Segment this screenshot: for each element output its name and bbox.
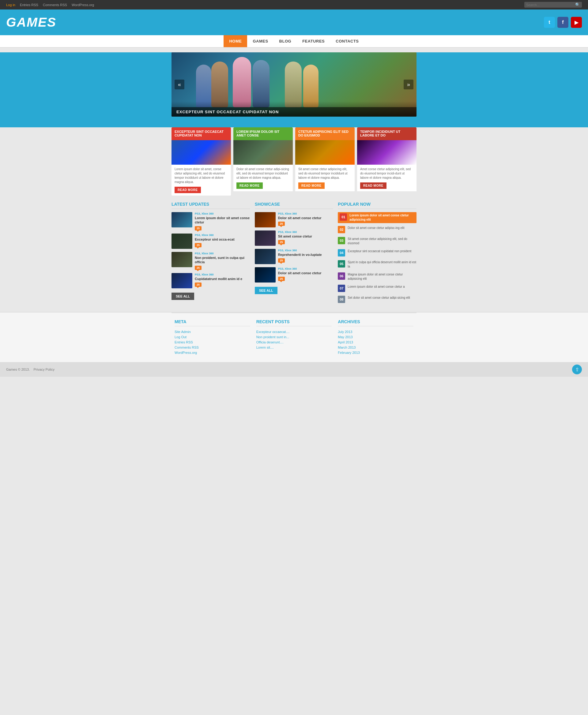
showcase-tags-1: PS3, Xbox 360 [278, 212, 334, 215]
update-title-4[interactable]: Cupidatatrunt mollit anim id e [195, 277, 250, 281]
showcase-see-all[interactable]: SEE ALL [255, 287, 277, 294]
footer-meta-logout[interactable]: Log Out [174, 335, 250, 339]
feature-cards: EXCEPTEUR SINT OCCAECAT CUPIDATAT NON Lo… [171, 127, 417, 196]
popular-item-3[interactable]: 03 Sit amet conse ctetur adipisicing eli… [338, 236, 417, 246]
footer-meta-title: META [174, 319, 250, 326]
showcase-title-3[interactable]: Reprehenderit in vo-luptate [278, 253, 334, 257]
latest-updates-title: LATEST UPDATES [171, 202, 250, 209]
scroll-top-button[interactable]: ⇧ [572, 365, 582, 374]
card2-text: Dolor sit amet conse ctetur adipi-sicing… [236, 167, 290, 180]
update-item-3: PS3, Xbox 360 Non proident, sunt in culp… [171, 252, 250, 270]
showcase-item-4: PS3, Xbox 360 Dolor sit amet conse ctetu… [255, 267, 334, 282]
update-title-1[interactable]: Lorem ipsum dolor sit amet conse ctetur [195, 216, 250, 225]
showcase-title-1[interactable]: Dolor sit amet conse ctetur [278, 216, 334, 220]
popular-num-7: 07 [338, 285, 345, 292]
nav-features[interactable]: FEATURES [297, 35, 330, 47]
showcase-thumb-2 [255, 231, 276, 246]
popular-text-3: Sit amet conse ctetur adipisicing elit, … [348, 237, 417, 245]
card4-readmore[interactable]: READ MORE [360, 182, 386, 189]
footer-archive-jul[interactable]: July 2013 [338, 330, 414, 333]
card1-title: EXCEPTEUR SINT OCCAECAT CUPIDATAT NON [171, 127, 231, 140]
card4-image [357, 140, 417, 165]
slider-next-button[interactable]: » [404, 80, 414, 89]
wordpress-link[interactable]: WordPress.org [72, 3, 94, 7]
card1-readmore[interactable]: READ MORE [174, 187, 201, 193]
entries-rss-link[interactable]: Entries RSS [20, 3, 38, 7]
update-thumb-1 [171, 212, 192, 228]
popular-item-2[interactable]: 02 Dolor sit amet conse ctetur adipisc-i… [338, 225, 417, 234]
showcase-title-2[interactable]: Sit amet conse ctetur [278, 234, 334, 238]
footer-meta: META Site Admin Log Out Entries RSS Comm… [174, 319, 250, 356]
popular-num-3: 03 [338, 237, 345, 244]
social-icons: t f ▶ [544, 17, 582, 28]
footer-meta-wordpress[interactable]: WordPress.org [174, 351, 250, 354]
footer-post-2[interactable]: Non proident sunt in... [256, 335, 332, 339]
popular-text-5: Sjunt in culpa qui officia deserunt moll… [348, 260, 417, 269]
card3-image [295, 140, 355, 165]
popular-item-6[interactable]: 06 Magna ipsum dolor sit amet conse ctet… [338, 272, 417, 282]
footer-post-1[interactable]: Excepteur occaecat.... [256, 330, 332, 333]
showcase-title-4[interactable]: Dolor sit amet conse ctetur [278, 271, 334, 275]
showcase-badge-4: 25 [278, 277, 285, 281]
card1-image [171, 140, 231, 165]
feature-card-3: CTETUR ADIPISCING ELIT SED DO EIUSMOD Si… [295, 127, 355, 196]
updates-see-all[interactable]: SEE ALL [171, 292, 194, 300]
top-bar: Log in Entries RSS Comments RSS WordPres… [0, 0, 588, 9]
footer-archive-apr[interactable]: April 2013 [338, 340, 414, 344]
nav-games[interactable]: GAMES [247, 35, 273, 47]
update-thumb-3 [171, 252, 192, 267]
popular-text-6: Magna ipsum dolor sit amet conse ctetur … [348, 273, 417, 281]
bottom-sections: LATEST UPDATES PS3, Xbox 360 Lorem ipsum… [171, 202, 417, 306]
card3-text: Sit amet conse ctetur adipiscing elit, s… [298, 167, 352, 180]
twitter-icon[interactable]: t [544, 17, 555, 28]
privacy-policy-link[interactable]: Privacy Policy [34, 368, 54, 371]
popular-num-4: 04 [338, 249, 345, 257]
search-input[interactable] [526, 3, 575, 7]
footer-meta-comments[interactable]: Comments RSS [174, 346, 250, 349]
showcase-thumb-4 [255, 267, 276, 282]
header: GAMES t f ▶ [0, 9, 588, 35]
showcase-tags-3: PS3, Xbox 360 [278, 249, 334, 252]
update-item-4: PS3, Xbox 360 Cupidatatrunt mollit anim … [171, 273, 250, 288]
update-title-2[interactable]: Excepteur sint occa-ecat [195, 237, 250, 241]
navigation: HOME GAMES BLOG FEATURES CONTACTS [0, 35, 588, 48]
footer-archive-mar[interactable]: March 2013 [338, 346, 414, 349]
nav-blog[interactable]: BLOG [274, 35, 297, 47]
popular-text-7: Lorem ipsum dolor sit amet conse ctetur … [348, 285, 404, 289]
comment-badge-3: 25 [195, 266, 202, 270]
showcase-thumb-1 [255, 212, 276, 228]
popular-item-4[interactable]: 04 Excepteur sint occaecat cupidatat non… [338, 248, 417, 257]
nav-contacts[interactable]: CONTACTS [330, 35, 364, 47]
popular-item-5[interactable]: 05 Sjunt in culpa qui officia deserunt m… [338, 259, 417, 270]
feature-card-2: LOREM IPSUM DOLOR SIT AMET CONSE Dolor s… [233, 127, 293, 196]
search-button[interactable]: 🔍 [575, 2, 580, 7]
footer-post-4[interactable]: Lorem sit.... [256, 346, 332, 349]
footer-recent-posts-title: RECENT POSTS [256, 319, 332, 326]
slider-prev-button[interactable]: « [174, 80, 184, 89]
comments-rss-link[interactable]: Comments RSS [43, 3, 67, 7]
youtube-icon[interactable]: ▶ [571, 17, 582, 28]
footer-archive-feb[interactable]: February 2013 [338, 351, 414, 354]
footer-post-3[interactable]: Officia deserunt.... [256, 340, 332, 344]
update-title-3[interactable]: Non proident, sunt in culpa qui officia [195, 256, 250, 264]
card2-readmore[interactable]: READ MORE [236, 182, 263, 189]
footer-meta-siteadmin[interactable]: Site Admin [174, 330, 250, 333]
update-item-2: PS3, Xbox 360 Excepteur sint occa-ecat 2… [171, 234, 250, 249]
footer-meta-entries[interactable]: Entries RSS [174, 340, 250, 344]
login-link[interactable]: Log in [6, 3, 15, 7]
card3-readmore[interactable]: READ MORE [298, 182, 324, 189]
popular-text-8: Set dolor sit amet conse ctetur adipi-si… [348, 296, 410, 300]
facebook-icon[interactable]: f [558, 17, 568, 28]
popular-item-7[interactable]: 07 Lorem ipsum dolor sit amet conse ctet… [338, 284, 417, 293]
card1-text: Lorem ipsum dolor sit amet, conse ctetur… [174, 167, 228, 184]
nav-home[interactable]: HOME [224, 35, 247, 47]
popular-num-2: 02 [338, 226, 345, 233]
popular-now-title: POPULAR NOW [338, 202, 417, 209]
popular-item-8[interactable]: 08 Set dolor sit amet conse ctetur adipi… [338, 295, 417, 304]
popular-now-section: POPULAR NOW 01 Lorem ipsum dolor sit ame… [338, 202, 417, 306]
copyright: Games © 2013. [6, 368, 30, 371]
footer-archive-may[interactable]: May 2013 [338, 335, 414, 339]
card4-text: Amet conse ctetur adipiscing elit, sed d… [360, 167, 414, 180]
popular-num-1: 01 [340, 213, 347, 221]
popular-item-1[interactable]: 01 Lorem ipsum dolor sit amet conse ctet… [338, 212, 417, 223]
